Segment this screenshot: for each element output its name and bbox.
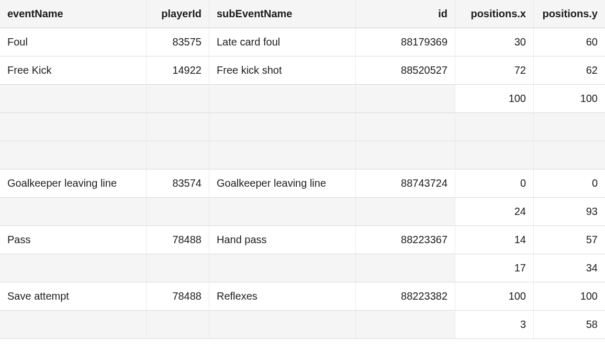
cell-positionsx: 100	[455, 282, 534, 311]
cell-positionsy: 58	[534, 311, 605, 339]
cell-id	[356, 254, 455, 282]
col-header-positionsx: positions.x	[455, 0, 534, 28]
cell-eventname	[0, 254, 147, 282]
cell-playerid	[147, 254, 209, 282]
table-row: 100100	[0, 85, 605, 113]
cell-eventname: Goalkeeper leaving line	[0, 169, 147, 198]
cell-positionsx: 17	[455, 254, 534, 282]
cell-subeventname: Goalkeeper leaving line	[209, 169, 356, 198]
col-header-id: id	[356, 0, 455, 28]
cell-eventname	[0, 113, 147, 141]
cell-id: 88179369	[356, 28, 455, 56]
cell-positionsx	[455, 141, 534, 169]
cell-positionsy	[534, 113, 605, 141]
cell-playerid	[147, 85, 209, 113]
cell-playerid: 83574	[147, 169, 209, 198]
cell-eventname	[0, 141, 147, 169]
table-row: Foul83575Late card foul881793693060	[0, 28, 605, 56]
cell-positionsx: 72	[455, 56, 534, 85]
cell-positionsy: 60	[534, 28, 605, 56]
cell-eventname: Foul	[0, 28, 147, 56]
col-header-subeventname: subEventName	[209, 0, 356, 28]
cell-id	[356, 198, 455, 226]
cell-playerid	[147, 311, 209, 339]
cell-positionsx: 24	[455, 198, 534, 226]
cell-id: 88223382	[356, 282, 455, 311]
cell-positionsy: 0	[534, 169, 605, 198]
cell-positionsx: 100	[455, 85, 534, 113]
cell-subeventname	[209, 254, 356, 282]
cell-positionsy: 62	[534, 56, 605, 85]
cell-playerid: 14922	[147, 56, 209, 85]
cell-id	[356, 311, 455, 339]
cell-subeventname: Free kick shot	[209, 56, 356, 85]
table-row: 2493	[0, 198, 605, 226]
cell-playerid: 78488	[147, 226, 209, 254]
cell-id	[356, 141, 455, 169]
cell-subeventname: Hand pass	[209, 226, 356, 254]
cell-playerid	[147, 198, 209, 226]
cell-positionsy: 34	[534, 254, 605, 282]
cell-positionsy: 57	[534, 226, 605, 254]
cell-subeventname	[209, 141, 356, 169]
cell-playerid: 78488	[147, 282, 209, 311]
cell-positionsx: 0	[455, 169, 534, 198]
data-table: eventName playerId subEventName id posit…	[0, 0, 605, 339]
table-row: Pass78488Hand pass882233671457	[0, 226, 605, 254]
cell-id: 88520527	[356, 56, 455, 85]
cell-eventname: Free Kick	[0, 56, 147, 85]
table-row: 1734	[0, 254, 605, 282]
cell-subeventname: Late card foul	[209, 28, 356, 56]
cell-subeventname	[209, 198, 356, 226]
table-row	[0, 141, 605, 169]
col-header-eventname: eventName	[0, 0, 147, 28]
cell-playerid: 83575	[147, 28, 209, 56]
cell-positionsx: 14	[455, 226, 534, 254]
cell-positionsy: 100	[534, 282, 605, 311]
cell-eventname	[0, 198, 147, 226]
cell-eventname: Save attempt	[0, 282, 147, 311]
cell-eventname	[0, 311, 147, 339]
table-row: 358	[0, 311, 605, 339]
cell-positionsy: 100	[534, 85, 605, 113]
cell-id: 88743724	[356, 169, 455, 198]
cell-subeventname	[209, 85, 356, 113]
cell-playerid	[147, 113, 209, 141]
cell-id	[356, 85, 455, 113]
cell-playerid	[147, 141, 209, 169]
cell-eventname	[0, 85, 147, 113]
table-row	[0, 113, 605, 141]
table-header-row: eventName playerId subEventName id posit…	[0, 0, 605, 28]
cell-positionsx: 30	[455, 28, 534, 56]
cell-id	[356, 113, 455, 141]
table-row: Save attempt78488Reflexes88223382100100	[0, 282, 605, 311]
col-header-positionsy: positions.y	[534, 0, 605, 28]
cell-positionsy: 93	[534, 198, 605, 226]
cell-subeventname: Reflexes	[209, 282, 356, 311]
cell-eventname: Pass	[0, 226, 147, 254]
col-header-playerid: playerId	[147, 0, 209, 28]
cell-subeventname	[209, 311, 356, 339]
cell-subeventname	[209, 113, 356, 141]
cell-positionsx: 3	[455, 311, 534, 339]
table-row: Free Kick14922Free kick shot885205277262	[0, 56, 605, 85]
cell-positionsx	[455, 113, 534, 141]
cell-positionsy	[534, 141, 605, 169]
cell-id: 88223367	[356, 226, 455, 254]
table-row: Goalkeeper leaving line83574Goalkeeper l…	[0, 169, 605, 198]
